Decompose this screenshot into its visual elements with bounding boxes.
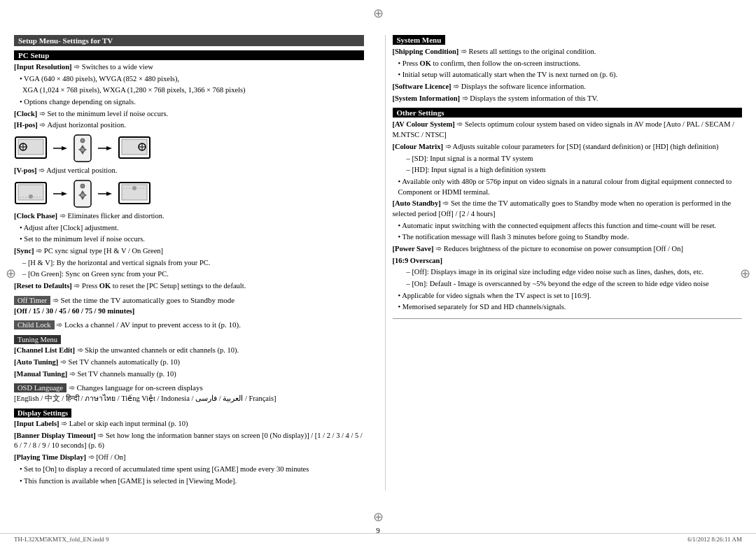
remote-icon [73,134,92,163]
manual-tuning: [Manual Tuning] ➾ Set TV channels manual… [14,369,364,380]
svg-point-28 [80,184,85,188]
xga-line: XGA (1,024 × 768 pixels), WXGA (1,280 × … [22,85,364,96]
colour-matrix: [Colour Matrix] ➾ Adjusts suitable colou… [393,142,743,152]
osd-language-header: OSD Language [14,383,66,392]
right-column: System Menu [Shipping Condition] ➾ Reset… [385,35,743,490]
svg-marker-26 [62,192,67,196]
compass-top: ⊕ [373,6,384,21]
input-labels: [Input Labels] ➾ Label or skip each inpu… [14,419,364,429]
software-licence: [Software Licence] ➾ Displays the softwa… [393,82,743,92]
compass-left: ⊕ [6,266,16,281]
other-settings-block: Other Settings [AV Colour System] ➾ Sele… [393,108,743,313]
system-menu-header: System Menu [393,35,446,45]
hv-line: – [H & V]: By the horizontal and vertica… [22,258,364,269]
system-information: [System Information] ➾ Displays the syst… [393,94,743,104]
off-timer-text: ➾ Set the time the TV automatically goes… [52,296,234,304]
off-timer-options: [Off / 15 / 30 / 45 / 60 / 75 / 90 minut… [14,306,364,317]
vga-line: • VGA (640 × 480 pixels), WVGA (852 × 48… [20,74,364,85]
vpos-line: [V-pos] ➾ Adjust vertical position. [14,166,364,176]
osd-language-text: ➾ Changes language for on-screen display… [69,383,203,392]
arrow-right-icon [53,144,67,152]
clock-phase-line: [Clock Phase] ➾ Eliminates flicker and d… [14,211,364,222]
divider [393,318,743,319]
footer-left: TH-L32XM5KMTX_fold_EN.indd 9 [14,536,109,543]
press-ok: • Press OK to confirm, then follow the o… [398,59,743,69]
other-settings-header: Other Settings [393,108,743,118]
automatic-input: • Automatic input switching with the con… [398,221,743,232]
pc-setup-content: [Input Resolution] ➾ Switches to a wide … [14,62,364,292]
options-line: • Options change depending on signals. [20,97,364,108]
memorised-separately: • Memorised separately for SD and HD cha… [398,302,743,313]
set-min-line: • Set to the minimum level if noise occu… [20,234,364,245]
arrow-right-icon3 [53,190,67,198]
system-menu-block: System Menu [Shipping Condition] ➾ Reset… [393,35,743,104]
sync-line: [Sync] ➾ PC sync signal type [H & V / On… [14,246,364,257]
svg-point-13 [80,148,85,152]
169-overscan: [16:9 Overscan] [393,256,743,267]
left-column: Setup Menu- Settings for TV PC Setup [In… [14,35,371,490]
notification-msg: • The notification message will flash 3 … [398,232,743,243]
display-settings-block: Display Settings [Input Labels] ➾ Label … [14,409,364,486]
applicable-video: • Applicable for video signals when the … [398,291,743,301]
osd-language-block: OSD Language ➾ Changes language for on-s… [14,383,364,404]
shipping-condition: [Shipping Condition] ➾ Resets all settin… [393,47,743,57]
overscan-on: – [On]: Default - Image is overscanned b… [407,279,743,290]
tv-left-icon [14,136,48,161]
pc-setup-header: PC Setup [14,50,364,60]
child-lock-text: ➾ Locks a channel / AV input to prevent … [56,320,241,329]
svg-marker-35 [106,192,112,196]
osd-language-options: [English / 中文 / हिन्दी / ภาษาไทย / Tiếng… [14,394,364,404]
av-colour-system: [AV Colour System] ➾ Selects optimum col… [393,120,743,140]
tv-right-icon [118,136,151,161]
initial-setup: • Initial setup will automatically start… [398,70,743,80]
arrow-right-icon4 [98,190,112,198]
off-timer-header: Off Timer [14,296,50,305]
hpos-line: [H-pos] ➾ Adjust horizontal position. [14,120,364,131]
off-timer-block: Off Timer ➾ Set the time the TV automati… [14,296,364,317]
available-only: • Available only with 480p or 576p input… [398,177,743,197]
sd-input: – [SD]: Input signal is a normal TV syst… [407,154,743,164]
svg-point-39 [132,186,136,190]
overscan-off: – [Off]: Displays image in its original … [407,267,743,278]
svg-marker-15 [106,146,112,150]
clock-line: [Clock] ➾ Set to the minimum level if no… [14,109,364,120]
footer: TH-L32XM5KMTX_fold_EN.indd 9 6/1/2012 8:… [0,533,756,543]
svg-marker-6 [62,146,67,150]
hpos-image-row [14,134,364,163]
tv-vpos-left [14,181,48,206]
tv-vpos-right [118,181,151,206]
auto-tuning: [Auto Tuning] ➾ Set TV channels automati… [14,357,364,368]
arrow-right-icon2 [98,144,112,152]
setup-menu-header: Setup Menu- Settings for TV [14,35,364,46]
banner-display-timeout: [Banner Display Timeout] ➾ Set how long … [14,431,364,451]
auto-standby: [Auto Standby] ➾ Set the time the TV aut… [393,199,743,219]
playing-time-available: • This function is available when [GAME]… [20,476,364,487]
power-save: [Power Save] ➾ Reduces brightness of the… [393,244,743,255]
child-lock-header: Child Lock [14,320,55,329]
child-lock-block: Child Lock ➾ Locks a channel / AV input … [14,320,364,331]
footer-right: 6/1/2012 8:26:11 AM [687,536,742,543]
playing-time-display: [Playing Time Display] ➾ [Off / On] [14,453,364,463]
tuning-menu-header: Tuning Menu [14,335,61,344]
svg-point-8 [80,138,85,143]
svg-point-24 [29,194,33,199]
input-resolution-line: [Input Resolution] ➾ Switches to a wide … [14,62,364,73]
svg-point-33 [80,193,85,197]
display-settings-header: Display Settings [14,409,71,418]
tuning-menu-block: Tuning Menu [Channel List Edit] ➾ Skip t… [14,335,364,379]
remote-icon2 [73,179,92,208]
playing-time-set-on: • Set to [On] to display a record of acc… [20,464,364,475]
compass-right: ⊕ [740,266,750,281]
on-green-line: – [On Green]: Sync on Green sync from yo… [22,269,364,280]
hd-input: – [HD]: Input signal is a high definitio… [407,165,743,176]
compass-bottom: ⊕ [373,509,384,525]
adjust-after-line: • Adjust after [Clock] adjustment. [20,223,364,234]
vpos-image-row [14,179,364,208]
channel-list-edit: [Channel List Edit] ➾ Skip the unwanted … [14,346,364,356]
reset-defaults-line: [Reset to Defaults] ➾ Press OK to reset … [14,281,364,292]
